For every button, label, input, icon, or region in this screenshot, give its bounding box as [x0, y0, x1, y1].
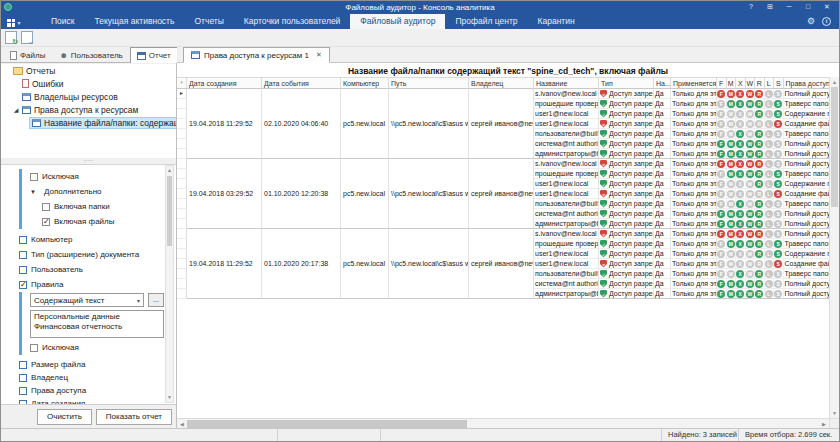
- filter-section-row[interactable]: Права доступа: [19, 384, 164, 397]
- horizontal-scrollbar[interactable]: ◀ ▶: [177, 418, 829, 428]
- permission-row[interactable]: прошедшие проверку@Доступ разрешёнДаТоль…: [534, 99, 829, 109]
- checkbox-icon[interactable]: [19, 387, 27, 395]
- scrollbar-thumb[interactable]: [831, 87, 838, 207]
- permission-row[interactable]: user1@new.localДоступ запрещёнДаТолько д…: [534, 259, 829, 269]
- rules-textarea[interactable]: Персональные данныеФинансовая отчетность: [30, 310, 164, 338]
- permission-row[interactable]: администраторы@builtДоступ разрешёнДаТол…: [534, 219, 829, 228]
- filter-check-row[interactable]: Исключая: [30, 340, 164, 355]
- filter-section-row[interactable]: Тип (расширение) документа: [19, 247, 164, 262]
- perm-column-header[interactable]: X: [736, 78, 746, 89]
- tree-item[interactable]: Ошибки: [1, 77, 176, 90]
- ribbon-tab[interactable]: Поиск: [41, 14, 85, 29]
- filter-expander-row[interactable]: Дополнительно: [30, 184, 164, 199]
- perm-column-header[interactable]: F: [717, 78, 727, 89]
- send-report-icon[interactable]: →: [21, 31, 33, 44]
- perm-column-header[interactable]: M: [727, 78, 737, 89]
- column-header[interactable]: Применяется к: [671, 78, 717, 89]
- vertical-scrollbar[interactable]: ▲ ▼: [829, 77, 839, 428]
- perm-column-header[interactable]: W: [746, 78, 756, 89]
- checkbox-icon[interactable]: [42, 203, 50, 211]
- column-header[interactable]: Дата создания: [187, 78, 262, 89]
- permission-row[interactable]: система@nt authorityДоступ разрешёнДаТол…: [534, 209, 829, 219]
- checked-checkbox-icon[interactable]: [42, 218, 50, 226]
- permission-row[interactable]: пользователи@builtinДоступ разрешёнДаТол…: [534, 129, 829, 139]
- checkbox-icon[interactable]: [19, 266, 27, 274]
- app-menu-button[interactable]: ▾: [1, 16, 27, 29]
- ribbon-tab[interactable]: Текущая активность: [85, 14, 185, 29]
- column-header[interactable]: Название: [534, 78, 599, 89]
- column-header[interactable]: Владелец: [469, 78, 534, 89]
- scroll-right-icon[interactable]: ▶: [819, 419, 829, 429]
- column-header[interactable]: Дата события: [262, 78, 341, 89]
- document-tab[interactable]: Права доступа к ресурсам 1 ✕: [183, 47, 330, 63]
- permission-row[interactable]: user1@new.localДоступ разрешёнДаТолько д…: [534, 249, 829, 259]
- perm-column-header[interactable]: L: [765, 78, 775, 89]
- filter-section-row[interactable]: Пользователь: [19, 262, 164, 277]
- checkbox-icon[interactable]: [19, 374, 27, 382]
- more-button[interactable]: ...: [148, 293, 164, 307]
- ribbon-tab[interactable]: Карточки пользователей: [234, 14, 351, 29]
- permission-row[interactable]: s.ivanov@new.localДоступ запрещёнДаТольк…: [534, 159, 829, 169]
- sidebar-tab[interactable]: ☻Пользователь: [52, 47, 129, 62]
- permission-row[interactable]: user1@new.localДоступ разрешёнДаТолько д…: [534, 179, 829, 189]
- permission-row[interactable]: user1@new.localДоступ запрещёнДаТолько д…: [534, 189, 829, 199]
- permission-row[interactable]: пользователи@builtinДоступ разрешёнДаТол…: [534, 199, 829, 209]
- sidebar-tab[interactable]: Файлы: [3, 47, 52, 62]
- filter-check-row[interactable]: Включая папки: [30, 199, 164, 214]
- checkbox-icon[interactable]: [19, 361, 27, 369]
- filter-section-row[interactable]: Размер файла: [19, 358, 164, 371]
- permission-row[interactable]: s.ivanov@new.localДоступ запрещёнДаТольк…: [534, 89, 829, 99]
- tree-item[interactable]: Владельцы ресурсов: [1, 90, 176, 103]
- checkbox-icon[interactable]: [30, 173, 38, 181]
- ribbon-tab[interactable]: Карантин: [528, 14, 585, 29]
- settings-icon[interactable]: ⚙: [807, 15, 815, 28]
- permission-row[interactable]: прошедшие проверку@Доступ разрешёнДаТоль…: [534, 169, 829, 179]
- filter-check-row[interactable]: Исключая: [30, 169, 164, 184]
- column-header[interactable]: На...: [654, 78, 671, 89]
- checked-checkbox-icon[interactable]: [19, 281, 27, 289]
- filter-scrollbar[interactable]: ▲ ▼: [165, 165, 174, 403]
- filter-check-row[interactable]: Включая файлы: [30, 214, 164, 229]
- show-report-button[interactable]: Показать отчет: [96, 409, 172, 425]
- checkbox-icon[interactable]: [19, 251, 27, 259]
- perm-column-header[interactable]: R: [755, 78, 765, 89]
- column-header[interactable]: Компьютер: [341, 78, 389, 89]
- condition-select[interactable]: Содержащий текст▾: [30, 293, 144, 307]
- permission-row[interactable]: система@nt authorityДоступ разрешёнДаТол…: [534, 279, 829, 289]
- permission-row[interactable]: пользователи@builtinДоступ разрешёнДаТол…: [534, 269, 829, 279]
- permission-row[interactable]: s.ivanov@new.localДоступ запрещёнДаТольк…: [534, 229, 829, 239]
- filter-section-row[interactable]: Правила: [19, 277, 164, 292]
- scroll-down-icon[interactable]: ▼: [830, 408, 839, 418]
- permission-row[interactable]: администраторы@builtДоступ разрешёнДаТол…: [534, 149, 829, 158]
- rights-column-header[interactable]: Права доступа к ф: [784, 78, 830, 89]
- checkbox-icon[interactable]: [30, 344, 38, 352]
- permission-row[interactable]: система@nt authorityДоступ разрешёнДаТол…: [534, 139, 829, 149]
- close-button[interactable]: ✕: [819, 2, 835, 12]
- ribbon-tab[interactable]: Файловый аудитор: [350, 14, 445, 29]
- pin-button[interactable]: ⊞: [762, 2, 778, 12]
- scrollbar-thumb[interactable]: [167, 176, 172, 246]
- permission-row[interactable]: прошедшие проверку@Доступ разрешёнДаТоль…: [534, 239, 829, 249]
- perm-column-header[interactable]: S: [774, 78, 784, 89]
- tree-item[interactable]: Название файла/папки: содержащий текст "…: [1, 116, 176, 129]
- scroll-down-icon[interactable]: ▼: [166, 393, 173, 402]
- scroll-up-icon[interactable]: ▲: [166, 166, 173, 175]
- column-header[interactable]: Тип: [599, 78, 654, 89]
- clear-button[interactable]: Очистить: [37, 409, 92, 425]
- close-icon[interactable]: ✕: [316, 51, 322, 59]
- scroll-left-icon[interactable]: ◀: [177, 419, 187, 429]
- permission-row[interactable]: администраторы@builtДоступ разрешёнДаТол…: [534, 289, 829, 298]
- scroll-up-icon[interactable]: ▲: [830, 77, 839, 87]
- permission-row[interactable]: user1@new.localДоступ разрешёнДаТолько д…: [534, 109, 829, 119]
- sidebar-tab[interactable]: Отчет: [130, 47, 178, 63]
- ribbon-tab[interactable]: Отчеты: [184, 14, 233, 29]
- filter-section-row[interactable]: Владелец: [19, 371, 164, 384]
- column-header[interactable]: Путь: [389, 78, 469, 89]
- permission-row[interactable]: user1@new.localДоступ запрещёнДаТолько д…: [534, 119, 829, 129]
- export-report-icon[interactable]: ↻: [5, 31, 17, 44]
- restore-button[interactable]: □: [800, 2, 816, 12]
- tree-item[interactable]: ◢Права доступа к ресурсам: [1, 103, 176, 116]
- scrollbar-thumb[interactable]: [187, 420, 467, 428]
- filter-section-row[interactable]: Дата создания: [19, 397, 164, 404]
- tree-item[interactable]: Отчеты: [1, 64, 176, 77]
